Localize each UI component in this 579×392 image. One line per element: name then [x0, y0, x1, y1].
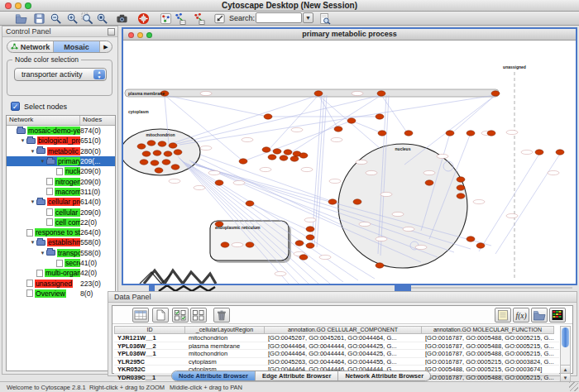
import-network-icon[interactable] [174, 12, 186, 25]
column-header[interactable]: ID [114, 326, 185, 334]
notes-icon[interactable] [495, 308, 511, 323]
graph-node[interactable] [556, 150, 564, 155]
graph-node[interactable] [273, 149, 281, 154]
graph-node[interactable] [535, 150, 543, 155]
tree-row[interactable]: secretion41(0) [7, 258, 115, 268]
zoom-out-icon[interactable] [50, 12, 62, 25]
network-canvas[interactable]: plasma membrane cytoplasm mitochondrion … [123, 41, 576, 284]
tree-row[interactable]: cell communicat22(0) [7, 218, 115, 227]
graph-node[interactable] [446, 131, 454, 136]
graph-node[interactable] [314, 91, 323, 96]
graph-node[interactable] [347, 118, 356, 123]
graph-node[interactable] [264, 114, 272, 119]
graph-node[interactable] [378, 131, 386, 136]
graph-node[interactable] [153, 151, 161, 155]
scroll-up-icon[interactable]: ▲ [561, 365, 570, 373]
graph-node[interactable] [425, 180, 433, 185]
graph-node[interactable] [239, 159, 247, 164]
graph-node[interactable] [376, 114, 384, 119]
table-row[interactable]: YPL036W__2plasma membrane[GO:0044464, GO… [114, 342, 559, 351]
graph-node[interactable] [306, 227, 314, 232]
zoom-fit-icon[interactable] [96, 12, 108, 25]
new-attribute-icon[interactable] [152, 308, 169, 323]
scrollbar-thumb[interactable] [562, 327, 569, 347]
tab-mosaic[interactable]: Mosaic [54, 41, 100, 52]
graph-node[interactable] [262, 147, 270, 152]
tree-row[interactable]: nucleobase-209(0) [7, 166, 115, 176]
graph-node[interactable] [457, 177, 465, 182]
node-color-select[interactable]: transporter activity ▲▼ [14, 68, 107, 81]
select-attributes-icon[interactable] [172, 308, 189, 323]
graph-node[interactable] [246, 242, 254, 247]
tree-row[interactable]: nitrogen compo209(0) [7, 176, 115, 186]
filter-icon[interactable] [213, 12, 226, 25]
graph-node[interactable] [476, 243, 485, 248]
unselect-attributes-icon[interactable] [190, 308, 207, 323]
tab-network[interactable]: Network [7, 41, 54, 52]
graph-node[interactable] [376, 263, 384, 268]
help-icon[interactable] [137, 12, 150, 25]
tree-row[interactable]: ▼establishment of lo558(0) [7, 237, 115, 247]
graph-node[interactable] [377, 91, 385, 96]
table-row[interactable]: YPL036W__1mitochondrion[GO:0044464, GO:0… [114, 350, 559, 358]
graph-node[interactable] [155, 168, 163, 173]
open-icon[interactable] [15, 12, 27, 25]
import-attributes-icon[interactable] [531, 308, 548, 323]
tree-column-network[interactable]: Network [7, 116, 80, 125]
graph-node[interactable] [487, 131, 495, 136]
column-header[interactable]: _cellularLayoutRegion [185, 326, 265, 334]
graph-node[interactable] [306, 235, 314, 240]
graph-node[interactable] [328, 199, 337, 204]
tree-row[interactable]: mosaic-demo-yeast874(0) [7, 126, 115, 136]
tree-row[interactable]: multi-organism pro42(0) [7, 268, 115, 278]
graph-node[interactable] [158, 141, 166, 146]
table-row[interactable]: YLR295Ccytoplasm[GO:0045263, GO:0044464,… [114, 358, 559, 366]
graph-node[interactable] [137, 144, 146, 149]
graph-node[interactable] [162, 160, 170, 165]
tab-edge-attribute-browser[interactable]: Edge Attribute Browser [256, 371, 338, 380]
expander-icon[interactable]: ▼ [29, 240, 36, 245]
tree-row[interactable]: macromolecule311(0) [7, 187, 115, 197]
table-scrollbar[interactable]: ▲ ▼ [560, 326, 571, 382]
column-header[interactable]: annotation.GO MOLECULAR_FUNCTION [422, 326, 554, 334]
graph-node[interactable] [147, 141, 156, 146]
tab-network-attribute-browser[interactable]: Network Attribute Browser [338, 371, 430, 380]
tree-row[interactable]: cellular metabo209(0) [7, 207, 115, 217]
graph-node[interactable] [221, 242, 229, 247]
graph-node[interactable] [457, 194, 465, 198]
graph-node[interactable] [353, 199, 361, 204]
expander-icon[interactable]: ▼ [39, 159, 46, 164]
expander-icon[interactable]: ▼ [29, 199, 36, 204]
advanced-search-icon[interactable] [318, 12, 331, 25]
expander-icon[interactable]: ▼ [39, 251, 46, 256]
graph-node[interactable] [295, 241, 304, 246]
graph-node[interactable] [457, 185, 465, 190]
save-icon[interactable] [33, 12, 45, 25]
float-panel-icon[interactable] [108, 28, 115, 36]
tree-row[interactable]: ▼cellular process614(0) [7, 197, 115, 207]
graph-node[interactable] [246, 201, 254, 206]
table-mode-icon[interactable] [132, 308, 149, 323]
graph-node[interactable] [467, 131, 475, 136]
tree-row[interactable]: ▼transport558(0) [7, 248, 115, 258]
scroll-down-icon[interactable]: ▼ [561, 373, 570, 381]
graph-node[interactable] [268, 155, 276, 160]
zoom-selected-icon[interactable] [81, 12, 93, 25]
graph-node[interactable] [164, 151, 172, 156]
heatmap-icon[interactable] [549, 308, 566, 323]
tab-overflow-arrow-icon[interactable]: ▶ [100, 41, 112, 52]
zoom-in-icon[interactable] [66, 12, 79, 25]
search-input[interactable] [256, 12, 302, 23]
graph-node[interactable] [215, 180, 223, 185]
graph-node[interactable] [306, 243, 314, 248]
graph-node[interactable] [299, 255, 308, 260]
delete-attribute-icon[interactable] [213, 308, 230, 323]
graph-node[interactable] [151, 160, 159, 165]
graph-node[interactable] [140, 160, 148, 165]
tree-row[interactable]: ▼biological_process651(0) [7, 136, 115, 146]
graph-node[interactable] [142, 151, 151, 156]
select-nodes-checkbox[interactable]: ✓ [11, 102, 20, 111]
tab-node-attribute-browser[interactable]: Node Attribute Browser [172, 371, 256, 380]
graph-node[interactable] [174, 150, 182, 155]
graph-node[interactable] [467, 237, 475, 241]
